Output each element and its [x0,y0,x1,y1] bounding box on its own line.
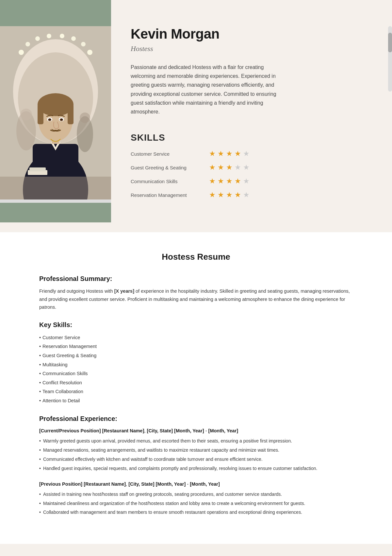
person-name: Kevin Morgan [131,26,372,42]
list-item: Warmly greeted guests upon arrival, prov… [39,437,353,445]
skill-name: Customer Service [131,151,203,157]
professional-summary-text: Friendly and outgoing Hostess with [X ye… [39,287,353,311]
svg-rect-30 [29,167,46,171]
experience-entry: [Current/Previous Position] [Restaurant … [39,427,353,472]
info-column: Kevin Morgan Hostess Passionate and dedi… [111,0,392,222]
svg-point-3 [19,50,24,55]
skill-stars: ★★★★★ [209,149,250,158]
star-filled: ★ [209,177,216,185]
experience-header: [Current/Previous Position] [Restaurant … [39,427,353,435]
svg-point-27 [49,119,51,120]
skill-row: Guest Greeting & Seating★★★★★ [131,163,372,172]
list-item: Handled guest inquiries, special request… [39,465,353,473]
skills-section: SKILLS Customer Service★★★★★Guest Greeti… [131,132,372,199]
star-filled: ★ [235,149,241,158]
photo-wrapper [0,26,111,203]
list-item: Reservation Management [39,342,353,351]
star-filled: ★ [226,177,233,185]
star-filled: ★ [218,149,224,158]
svg-rect-21 [38,105,43,124]
person-title: Hostess [131,44,372,53]
professional-summary-heading: Professional Summary: [39,275,353,283]
skills-container: Customer Service★★★★★Guest Greeting & Se… [131,149,372,199]
scrollbar[interactable] [388,26,392,92]
star-filled: ★ [209,149,216,158]
skill-stars: ★★★★★ [209,191,250,199]
summary-text-bold: [X years] [114,288,134,294]
experience-bullets: Warmly greeted guests upon arrival, prov… [39,437,353,472]
summary-text-1: Friendly and outgoing Hostess with [39,288,114,294]
list-item: Multitasking [39,360,353,370]
skill-row: Customer Service★★★★★ [131,149,372,158]
photo-bottom-bar [0,203,111,222]
list-item: Team Collaboration [39,387,353,396]
skill-row: Communication Skills★★★★★ [131,177,372,185]
skill-name: Reservation Management [131,192,203,198]
svg-point-8 [71,36,76,41]
list-item: Maintained cleanliness and organization … [39,500,353,508]
skill-row: Reservation Management★★★★★ [131,191,372,199]
svg-rect-31 [0,177,111,200]
profile-photo-svg [0,26,111,200]
experience-entry: [Previous Position] [Restaurant Name], [… [39,480,353,517]
skill-stars: ★★★★★ [209,177,250,185]
svg-point-5 [35,36,40,41]
scrollbar-thumb[interactable] [388,33,392,52]
profile-photo [0,26,111,200]
experience-bullets: Assisted in training new host/hostess st… [39,491,353,516]
star-filled: ★ [235,191,241,199]
svg-point-9 [81,42,86,46]
resume-section: Hostess Resume Professional Summary: Fri… [0,232,392,544]
star-filled: ★ [226,191,233,199]
skills-heading: SKILLS [131,132,372,143]
experience-header: [Previous Position] [Restaurant Name], [… [39,480,353,488]
svg-point-10 [87,50,92,55]
star-empty: ★ [243,177,250,185]
star-empty: ★ [243,163,250,172]
star-filled: ★ [226,149,233,158]
list-item: Managed reservations, seating arrangemen… [39,446,353,454]
svg-point-6 [47,34,51,38]
star-filled: ★ [218,177,224,185]
star-empty: ★ [243,149,250,158]
list-item: Communicated effectively with kitchen an… [39,456,353,463]
list-item: Collaborated with management and team me… [39,509,353,516]
list-item: Customer Service [39,333,353,342]
photo-top-bar [0,0,111,26]
resume-title: Hostess Resume [39,252,353,262]
key-skills-list: Customer ServiceReservation ManagementGu… [39,333,353,405]
star-filled: ★ [226,163,233,172]
svg-point-7 [60,34,64,38]
svg-point-12 [20,109,32,120]
svg-point-14 [80,113,90,123]
svg-point-4 [25,42,30,46]
list-item: Guest Greeting & Seating [39,351,353,360]
list-item: Conflict Resolution [39,378,353,388]
professional-experience-heading: Professional Experience: [39,415,353,423]
photo-column [0,0,111,222]
skill-stars: ★★★★★ [209,163,250,172]
star-filled: ★ [209,191,216,199]
list-item: Assisted in training new host/hostess st… [39,491,353,498]
star-filled: ★ [209,163,216,172]
list-item: Attention to Detail [39,396,353,406]
star-filled: ★ [235,177,241,185]
list-item: Communication Skills [39,369,353,378]
star-empty: ★ [243,191,250,199]
skill-name: Communication Skills [131,179,203,184]
person-bio: Passionate and dedicated Hostess with a … [131,63,287,116]
star-filled: ★ [218,163,224,172]
star-filled: ★ [218,191,224,199]
svg-point-28 [61,119,62,120]
experience-container: [Current/Previous Position] [Restaurant … [39,427,353,516]
star-empty: ★ [235,163,241,172]
svg-rect-22 [68,105,74,124]
skill-name: Guest Greeting & Seating [131,165,203,170]
key-skills-heading: Key Skills: [39,321,353,329]
